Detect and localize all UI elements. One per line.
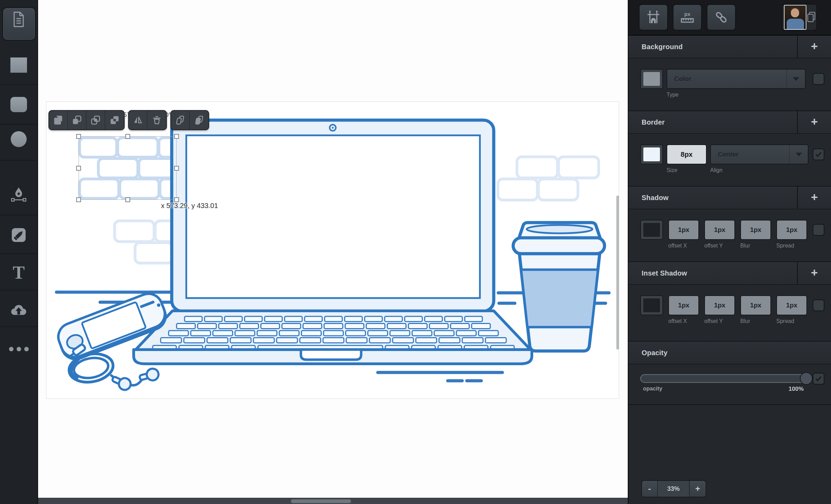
tool-pencil[interactable] bbox=[0, 227, 37, 243]
svg-text:px: px bbox=[684, 11, 690, 17]
intersect-icon bbox=[90, 115, 101, 125]
tool-rounded-rectangle[interactable] bbox=[0, 97, 37, 112]
border-color-swatch[interactable] bbox=[640, 144, 663, 164]
intersect-button[interactable] bbox=[87, 111, 105, 129]
zoom-control: - 33% + bbox=[641, 480, 706, 497]
bring-forward-button[interactable] bbox=[190, 111, 208, 129]
swatch-color bbox=[643, 298, 660, 312]
chevron-down-icon bbox=[796, 153, 802, 156]
plus-icon: + bbox=[811, 266, 818, 279]
flip-icon bbox=[133, 115, 143, 125]
link-button[interactable] bbox=[707, 4, 736, 30]
field-label: Spread bbox=[776, 243, 807, 249]
coffee-cup-illustration bbox=[513, 223, 605, 351]
top-toolbar: px bbox=[628, 0, 831, 36]
inset-shadow-color-swatch[interactable] bbox=[640, 295, 663, 315]
add-background-button[interactable]: + bbox=[797, 36, 831, 58]
field-label: Type bbox=[667, 92, 806, 98]
inset-shadow-enabled-checkbox[interactable] bbox=[813, 299, 824, 311]
shadow-spread-input[interactable]: 1px bbox=[776, 220, 807, 240]
send-backward-icon bbox=[175, 115, 185, 125]
app-window: x 142.35px, y 157.25px, a 0.00° bbox=[0, 0, 831, 504]
shadow-blur-input[interactable]: 1px bbox=[740, 220, 771, 240]
border-align-dropdown[interactable]: Center bbox=[710, 144, 808, 164]
bring-forward-icon bbox=[194, 115, 204, 125]
field-label: Size bbox=[667, 167, 707, 173]
opacity-header: Opacity bbox=[628, 342, 831, 364]
user-avatar bbox=[784, 5, 806, 30]
add-inset-shadow-button[interactable]: + bbox=[797, 262, 831, 284]
pixel-units-icon: px bbox=[680, 10, 695, 24]
delete-button[interactable] bbox=[148, 111, 166, 129]
tool-document[interactable] bbox=[0, 4, 37, 35]
field-label: offset Y bbox=[704, 318, 735, 324]
opacity-section: Opacity opacity 100% bbox=[628, 342, 831, 405]
canvas-workspace[interactable]: x 142.35px, y 157.25px, a 0.00° bbox=[37, 0, 628, 504]
flip-button[interactable] bbox=[129, 111, 148, 129]
vertical-scrollbar[interactable] bbox=[616, 196, 619, 350]
add-shadow-button[interactable]: + bbox=[797, 187, 831, 209]
tool-more[interactable] bbox=[0, 344, 37, 353]
trash-icon bbox=[152, 115, 162, 125]
field-label: Align bbox=[710, 167, 808, 173]
inset-shadow-offset-x-input[interactable]: 1px bbox=[668, 295, 699, 315]
zoom-level[interactable]: 33% bbox=[658, 481, 690, 497]
field-label: offset X bbox=[668, 243, 699, 249]
tool-ellipse[interactable] bbox=[0, 131, 37, 147]
chevron-down-icon bbox=[793, 77, 799, 81]
opacity-slider-handle[interactable] bbox=[800, 372, 813, 385]
shadow-offset-x-input[interactable]: 1px bbox=[668, 220, 699, 240]
account-pages-button[interactable] bbox=[782, 4, 817, 31]
plus-icon: + bbox=[811, 115, 818, 128]
document-icon bbox=[11, 11, 26, 28]
plus-icon: + bbox=[811, 39, 818, 53]
inset-shadow-section: Inset Shadow + 1px offset X 1px offset Y… bbox=[628, 262, 831, 342]
sidebar-divider bbox=[0, 160, 37, 161]
shadow-enabled-checkbox[interactable] bbox=[813, 224, 824, 236]
shadow-offset-y-input[interactable]: 1px bbox=[704, 220, 735, 240]
arrange-ops-group bbox=[170, 110, 209, 130]
background-type-dropdown[interactable]: Color bbox=[667, 69, 806, 89]
units-button[interactable]: px bbox=[673, 4, 702, 30]
boolean-ops-group bbox=[48, 110, 125, 130]
edit-ops-group bbox=[128, 110, 167, 130]
cloud-upload-icon bbox=[9, 303, 28, 318]
tool-rectangle[interactable] bbox=[0, 57, 37, 73]
shadow-color-swatch[interactable] bbox=[640, 220, 663, 240]
artboard-page[interactable] bbox=[46, 101, 619, 399]
ellipse-icon bbox=[11, 131, 27, 147]
zoom-in-button[interactable]: + bbox=[690, 481, 706, 497]
border-enabled-checkbox[interactable] bbox=[813, 148, 824, 160]
opacity-value: 100% bbox=[789, 386, 804, 393]
inset-shadow-spread-input[interactable]: 1px bbox=[776, 295, 807, 315]
border-size-input[interactable]: 8px bbox=[667, 144, 707, 164]
zoom-out-button[interactable]: - bbox=[642, 481, 658, 497]
horizontal-scrollbar-track[interactable] bbox=[37, 498, 628, 504]
grid-icon bbox=[646, 10, 660, 24]
checkmark-icon bbox=[815, 375, 822, 382]
subtract-button[interactable] bbox=[68, 111, 87, 129]
tool-cloud-upload[interactable] bbox=[0, 302, 37, 319]
inset-shadow-offset-y-input[interactable]: 1px bbox=[704, 295, 735, 315]
grid-toggle-button[interactable] bbox=[639, 4, 668, 30]
inset-shadow-header: Inset Shadow + bbox=[628, 262, 831, 285]
tool-text[interactable]: T bbox=[0, 263, 37, 282]
background-enabled-checkbox[interactable] bbox=[813, 73, 824, 85]
exclude-button[interactable] bbox=[105, 111, 124, 129]
horizontal-scrollbar-thumb[interactable] bbox=[291, 499, 351, 503]
rounded-rectangle-icon bbox=[10, 97, 27, 112]
opacity-slider[interactable] bbox=[640, 374, 811, 383]
add-border-button[interactable]: + bbox=[797, 111, 831, 133]
selection-position-readout: x 573.29, y 433.01 bbox=[161, 202, 218, 210]
section-title: Inset Shadow bbox=[642, 269, 687, 277]
context-toolbar bbox=[48, 110, 209, 130]
tool-pen[interactable] bbox=[0, 184, 37, 205]
brick-pattern-right bbox=[498, 157, 599, 200]
sidebar-divider bbox=[0, 326, 37, 327]
background-color-swatch[interactable] bbox=[640, 69, 663, 89]
send-backward-button[interactable] bbox=[171, 111, 190, 129]
opacity-enabled-checkbox[interactable] bbox=[813, 373, 824, 385]
inset-shadow-blur-input[interactable]: 1px bbox=[740, 295, 771, 315]
background-header: Background + bbox=[628, 36, 831, 58]
union-button[interactable] bbox=[49, 111, 68, 129]
